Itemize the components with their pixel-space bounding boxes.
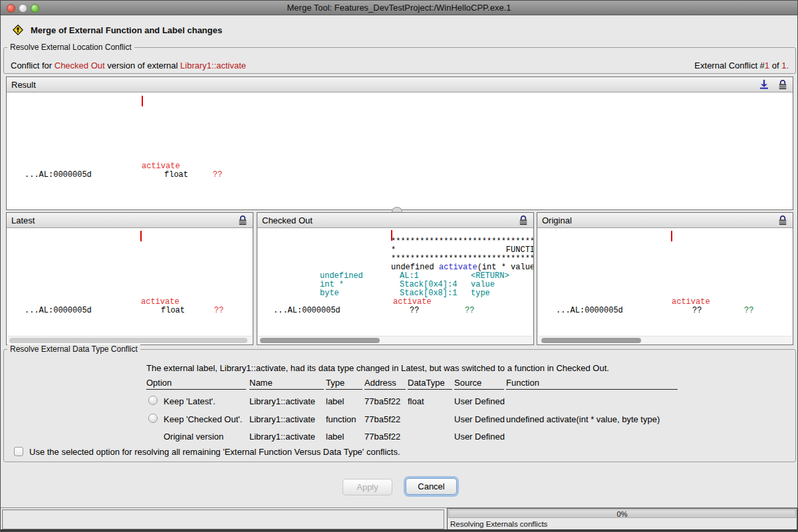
latest-panel-title: Latest [11, 215, 35, 225]
sig-return-type: undefined [391, 263, 439, 272]
checked-out-panel-header: Checked Out [257, 213, 533, 228]
listing-address: ...AL:0000005d [25, 171, 92, 180]
sig-function-name: activate [439, 263, 477, 272]
lock-icon[interactable] [518, 215, 529, 225]
progress-bar: 0% [448, 509, 796, 518]
scrollbar-thumb[interactable] [541, 338, 641, 343]
param-type: byte [320, 289, 339, 298]
original-listing: activate ...AL:0000005d ?? ?? [537, 229, 793, 344]
listing-address: ...AL:0000005d [273, 307, 340, 315]
listing-datatype: float [164, 171, 188, 180]
use-for-all-label[interactable]: Use the selected option for resolving al… [29, 447, 400, 457]
param-name: type [471, 289, 490, 298]
type-cell: function [326, 414, 356, 424]
result-panel-title: Result [11, 80, 36, 90]
status-bar-left [2, 509, 444, 529]
type-cell: label [326, 396, 344, 406]
counter-middle: of [769, 61, 781, 70]
listing-qmarks: ?? [214, 307, 223, 315]
conflict-counter: External Conflict #1 of 1. [694, 61, 789, 70]
sig-params: (int * value, byte type) [477, 263, 533, 272]
datatype-conflict-group: Resolve External Data Type Conflict The … [3, 349, 796, 462]
cursor-marker [142, 96, 143, 106]
latest-panel: Latest activate ...AL:0000005d float ?? [6, 212, 253, 345]
result-listing: activate ...AL:0000005d float ?? [7, 93, 793, 209]
conflict-description: The external label, Library1::activate, … [146, 363, 609, 373]
column-header-source: Source [454, 378, 504, 390]
checked-out-panel-title: Checked Out [262, 215, 313, 225]
name-cell: Library1::activate [249, 414, 315, 424]
source-cell: User Defined [454, 414, 505, 424]
conflict-text-middle: version of external [105, 61, 180, 70]
merge-warning-icon [13, 25, 23, 35]
address-cell: 77ba5f22 [364, 396, 400, 406]
checked-out-panel: Checked Out ****************************… [257, 212, 534, 345]
column-header-address: Address [364, 378, 406, 390]
merge-tool-window: Merge Tool: Features_DevTestProject:/Win… [0, 0, 798, 532]
lock-icon[interactable] [237, 215, 248, 225]
listing-qmarks: ?? [465, 307, 474, 315]
latest-listing: activate ...AL:0000005d float ?? [7, 229, 253, 344]
horizontal-scrollbar[interactable] [7, 336, 252, 344]
conflict-text-prefix: Conflict for [11, 61, 55, 70]
source-cell: User Defined [454, 432, 505, 442]
listing-qmarks: ?? [692, 307, 702, 315]
address-cell: 77ba5f22 [364, 414, 400, 424]
original-panel-title: Original [542, 215, 572, 225]
source-cell: User Defined [454, 396, 505, 406]
column-header-option: Option [146, 378, 246, 390]
function-cell: undefined activate(int * value, byte typ… [506, 414, 660, 424]
use-for-all-checkbox[interactable] [14, 447, 23, 456]
type-cell: label [326, 432, 344, 442]
original-panel-header: Original [537, 213, 793, 228]
conflict-version: Checked Out [55, 61, 105, 70]
status-bar-right: 0% Resolving Externals conflicts [447, 508, 797, 530]
name-cell: Library1::activate [249, 396, 315, 406]
listing-label: activate [672, 298, 710, 307]
column-header-datatype: DataType [408, 378, 452, 390]
scrollbar-thumb[interactable] [260, 338, 380, 343]
traffic-close-button[interactable] [7, 4, 15, 13]
listing-qmarks: ?? [213, 171, 222, 180]
apply-button[interactable]: Apply [342, 479, 392, 495]
option-cell: Original version [164, 432, 223, 442]
traffic-minimize-button[interactable] [19, 4, 27, 13]
down-arrow-icon[interactable] [759, 79, 769, 90]
name-cell: Library1::activate [249, 432, 315, 442]
merge-header-title: Merge of External Function and Label cha… [31, 25, 222, 35]
latest-panel-header: Latest [7, 213, 253, 228]
lock-icon[interactable] [777, 215, 788, 225]
listing-qmarks: ?? [410, 307, 419, 315]
scrollbar-thumb[interactable] [9, 338, 247, 343]
cancel-button[interactable]: Cancel [406, 478, 457, 495]
window-bottom-edge [1, 529, 797, 531]
column-header-function: Function [506, 378, 678, 390]
datatype-conflict-group-title: Resolve External Data Type Conflict [7, 344, 140, 354]
merge-header: Merge of External Function and Label cha… [13, 25, 222, 35]
titlebar[interactable]: Merge Tool: Features_DevTestProject:/Win… [1, 1, 797, 15]
counter-prefix: External Conflict # [694, 61, 765, 70]
original-panel: Original activate ...AL:0000005d ?? ?? [537, 212, 793, 345]
radio-keep-checked-out[interactable] [148, 414, 158, 423]
location-conflict-group-title: Resolve External Location Conflict [7, 43, 134, 52]
counter-current: 1 [765, 61, 769, 70]
radio-keep-latest[interactable] [148, 396, 158, 405]
horizontal-scrollbar[interactable] [258, 336, 533, 344]
column-header-name: Name [249, 378, 324, 390]
window-title: Merge Tool: Features_DevTestProject:/Win… [1, 1, 797, 15]
status-message: Resolving Externals conflicts [450, 520, 547, 528]
option-cell[interactable]: Keep 'Latest'. [164, 396, 215, 406]
listing-address: ...AL:0000005d [556, 307, 623, 315]
checked-out-listing: ****************************************… [257, 229, 533, 344]
address-cell: 77ba5f22 [364, 432, 400, 442]
cursor-marker [140, 231, 142, 241]
datatype-cell: float [408, 396, 424, 406]
traffic-zoom-button[interactable] [31, 4, 39, 13]
conflict-external-name: Library1::activate [180, 61, 246, 70]
option-cell[interactable]: Keep 'Checked Out'. [164, 414, 242, 424]
result-panel: Result activate ...AL:0000005d float ?? [6, 76, 793, 210]
listing-address: ...AL:0000005d [25, 307, 92, 315]
conflict-text: Conflict for Checked Out version of exte… [11, 61, 246, 70]
lock-icon[interactable] [777, 79, 788, 90]
horizontal-scrollbar[interactable] [538, 336, 792, 344]
